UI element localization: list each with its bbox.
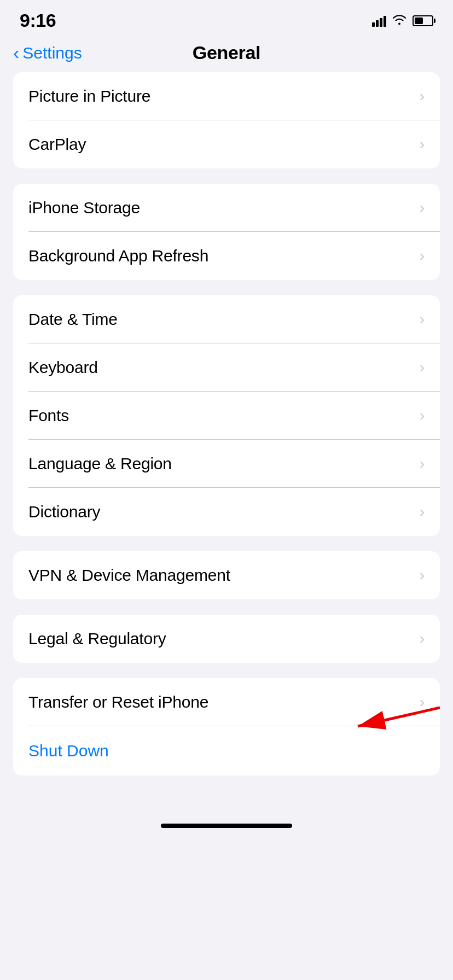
settings-group-1: Picture in Picture › CarPlay ›: [13, 72, 440, 168]
carplay-label: CarPlay: [28, 135, 86, 154]
row-right: ›: [420, 136, 425, 153]
chevron-right-icon: ›: [420, 311, 425, 328]
chevron-right-icon: ›: [420, 88, 425, 105]
row-right: ›: [420, 311, 425, 328]
list-item-transfer-reset[interactable]: Transfer or Reset iPhone ›: [13, 678, 440, 726]
signal-bar-1: [372, 22, 375, 27]
row-right: ›: [420, 88, 425, 105]
settings-group-bottom: Transfer or Reset iPhone › Shut Down: [13, 678, 440, 775]
signal-bar-4: [384, 16, 386, 27]
picture-in-picture-label: Picture in Picture: [28, 87, 150, 106]
signal-bar-2: [376, 20, 379, 27]
back-chevron-icon: ‹: [13, 43, 19, 62]
fonts-label: Fonts: [28, 406, 69, 425]
background-app-refresh-label: Background App Refresh: [28, 247, 208, 265]
status-bar: 9:16: [0, 0, 453, 37]
dictionary-label: Dictionary: [28, 503, 100, 521]
list-item-keyboard[interactable]: Keyboard ›: [13, 343, 440, 392]
settings-group-3: Date & Time › Keyboard › Fonts › Languag…: [13, 295, 440, 536]
keyboard-label: Keyboard: [28, 358, 98, 377]
list-item-legal-regulatory[interactable]: Legal & Regulatory ›: [13, 615, 440, 663]
language-region-label: Language & Region: [28, 454, 172, 473]
shut-down-row: Shut Down: [13, 726, 440, 775]
nav-bar: ‹ Settings General: [0, 37, 453, 72]
row-right: ›: [420, 503, 425, 521]
page-title: General: [193, 42, 261, 63]
list-item-vpn-device-management[interactable]: VPN & Device Management ›: [13, 551, 440, 599]
list-item-language-region[interactable]: Language & Region ›: [13, 440, 440, 488]
row-right: ›: [420, 247, 425, 265]
chevron-right-icon: ›: [420, 630, 425, 648]
list-item-background-app-refresh[interactable]: Background App Refresh ›: [13, 232, 440, 280]
row-right: ›: [420, 630, 425, 648]
chevron-right-icon: ›: [420, 503, 425, 521]
list-item-date-time[interactable]: Date & Time ›: [13, 295, 440, 343]
chevron-right-icon: ›: [420, 567, 425, 584]
chevron-right-icon: ›: [420, 136, 425, 153]
settings-group-2: iPhone Storage › Background App Refresh …: [13, 184, 440, 280]
vpn-device-management-label: VPN & Device Management: [28, 566, 230, 585]
legal-regulatory-label: Legal & Regulatory: [28, 629, 166, 648]
row-right: ›: [420, 693, 425, 711]
row-right: ›: [420, 455, 425, 472]
settings-group-4: VPN & Device Management ›: [13, 551, 440, 599]
row-right: ›: [420, 567, 425, 584]
iphone-storage-label: iPhone Storage: [28, 199, 140, 217]
status-time: 9:16: [20, 10, 56, 31]
chevron-right-icon: ›: [420, 407, 425, 424]
battery-icon: [413, 15, 433, 26]
list-item-iphone-storage[interactable]: iPhone Storage ›: [13, 184, 440, 232]
battery-fill: [415, 18, 423, 24]
list-item-carplay[interactable]: CarPlay ›: [13, 120, 440, 168]
transfer-reset-label: Transfer or Reset iPhone: [28, 693, 208, 711]
home-bar: [161, 824, 292, 828]
shut-down-button[interactable]: Shut Down: [28, 742, 109, 760]
list-item-fonts[interactable]: Fonts ›: [13, 392, 440, 440]
signal-icon: [372, 15, 386, 27]
back-label: Settings: [22, 44, 82, 62]
signal-bar-3: [380, 18, 382, 27]
row-right: ›: [420, 199, 425, 217]
home-indicator: [0, 813, 453, 844]
settings-content: Picture in Picture › CarPlay › iPhone St…: [0, 72, 453, 813]
row-right: ›: [420, 359, 425, 376]
list-item-dictionary[interactable]: Dictionary ›: [13, 488, 440, 536]
list-item-picture-in-picture[interactable]: Picture in Picture ›: [13, 72, 440, 120]
back-button[interactable]: ‹ Settings: [13, 44, 82, 62]
chevron-right-icon: ›: [420, 455, 425, 472]
chevron-right-icon: ›: [420, 199, 425, 217]
wifi-icon: [392, 13, 407, 28]
chevron-right-icon: ›: [420, 693, 425, 711]
date-time-label: Date & Time: [28, 310, 118, 329]
settings-group-5: Legal & Regulatory ›: [13, 615, 440, 663]
row-right: ›: [420, 407, 425, 424]
status-icons: [372, 13, 433, 28]
chevron-right-icon: ›: [420, 247, 425, 265]
chevron-right-icon: ›: [420, 359, 425, 376]
